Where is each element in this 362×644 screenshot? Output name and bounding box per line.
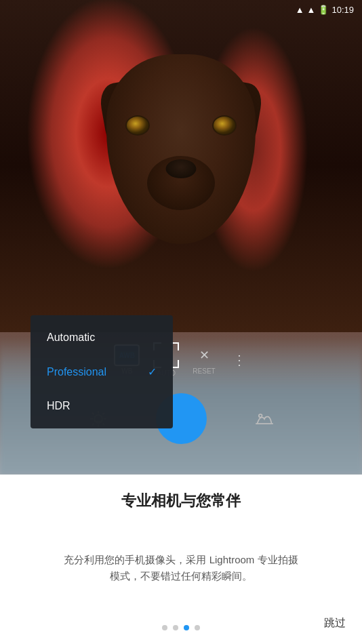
dot-1 bbox=[162, 625, 167, 630]
reset-label: RESET bbox=[193, 367, 215, 375]
automatic-option[interactable]: Automatic bbox=[31, 321, 173, 355]
pagination-dots bbox=[162, 625, 200, 630]
panel-title: 专业相机与您常伴 bbox=[121, 491, 241, 511]
close-icon: ✕ bbox=[193, 344, 215, 366]
dot-3 bbox=[184, 625, 189, 630]
panel-description: 充分利用您的手机摄像头，采用 Lightroom 专业拍摄模式，不要错过任何精彩… bbox=[59, 552, 303, 584]
dot-4 bbox=[195, 625, 200, 630]
time-display: 10:19 bbox=[331, 5, 354, 15]
status-icons: ▲ ▲ 🔋 10:19 bbox=[296, 5, 354, 15]
battery-icon: 🔋 bbox=[318, 5, 329, 15]
checkmark-icon: ✓ bbox=[148, 365, 157, 378]
svg-point-10 bbox=[258, 414, 262, 418]
hdr-option[interactable]: HDR bbox=[31, 389, 173, 423]
status-bar: ▲ ▲ 🔋 10:19 bbox=[0, 0, 362, 19]
mode-dropdown: Automatic Professional ✓ HDR bbox=[31, 315, 173, 428]
skip-button[interactable]: 跳过 bbox=[324, 616, 346, 630]
more-options-button[interactable]: ⋮ bbox=[229, 350, 248, 369]
reset-button[interactable]: ✕ RESET bbox=[193, 344, 215, 375]
dot-2 bbox=[173, 625, 178, 630]
more-dots-icon: ⋮ bbox=[229, 350, 248, 369]
camera-view: ▲ ▲ 🔋 10:19 AWB WB bbox=[0, 0, 362, 475]
bottom-panel: 专业相机与您常伴 充分利用您的手机摄像头，采用 Lightroom 专业拍摄模式… bbox=[0, 475, 362, 644]
signal-icon: ▲ bbox=[296, 5, 304, 15]
professional-option[interactable]: Professional ✓ bbox=[31, 355, 173, 389]
wifi-icon: ▲ bbox=[307, 5, 316, 15]
gallery-button[interactable] bbox=[247, 402, 281, 436]
